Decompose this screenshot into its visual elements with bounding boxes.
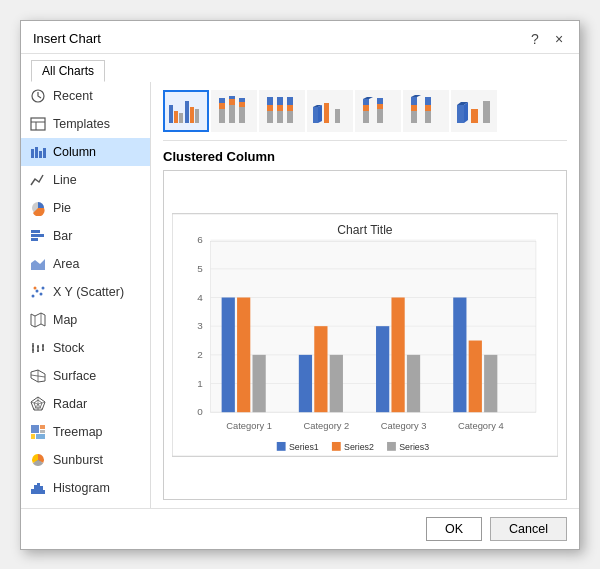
chart-preview-area: Chart Title 0 1 2 3	[163, 170, 567, 500]
svg-point-17	[34, 286, 37, 289]
svg-rect-98	[363, 105, 369, 111]
sidebar-item-area[interactable]: Area	[21, 250, 150, 278]
sidebar-item-histogram[interactable]: Histogram	[21, 474, 150, 502]
svg-rect-115	[483, 101, 490, 123]
svg-rect-105	[411, 105, 417, 111]
sidebar-label-treemap: Treemap	[53, 425, 103, 439]
svg-text:3: 3	[197, 320, 203, 331]
svg-text:6: 6	[197, 234, 203, 245]
sidebar-item-radar[interactable]: Radar	[21, 390, 150, 418]
title-bar: Insert Chart ? ×	[21, 21, 579, 54]
surface-icon	[29, 367, 47, 385]
sidebar-item-line[interactable]: Line	[21, 166, 150, 194]
sidebar-item-column[interactable]: Column	[21, 138, 150, 166]
recent-icon	[29, 87, 47, 105]
svg-text:5: 5	[197, 263, 203, 274]
svg-rect-73	[195, 109, 199, 123]
pie-icon	[29, 199, 47, 217]
sidebar-item-pie[interactable]: Pie	[21, 194, 150, 222]
sidebar-item-bar[interactable]: Bar	[21, 222, 150, 250]
svg-rect-134	[237, 297, 250, 412]
svg-rect-70	[179, 113, 183, 123]
svg-rect-89	[287, 111, 293, 123]
sidebar-item-recent[interactable]: Recent	[21, 82, 150, 110]
chart-type-3d-stacked-column[interactable]	[355, 90, 401, 132]
svg-rect-153	[387, 441, 396, 450]
svg-rect-142	[453, 297, 466, 412]
svg-rect-97	[363, 111, 369, 123]
svg-text:Category 2: Category 2	[304, 420, 350, 430]
sidebar-label-sunburst: Sunburst	[53, 453, 103, 467]
cancel-button[interactable]: Cancel	[490, 517, 567, 541]
svg-rect-72	[190, 107, 194, 123]
radar-icon	[29, 395, 47, 413]
sidebar-item-templates[interactable]: Templates	[21, 110, 150, 138]
svg-rect-41	[40, 425, 45, 429]
svg-rect-50	[43, 490, 45, 494]
svg-rect-11	[31, 238, 38, 241]
svg-rect-5	[35, 147, 38, 158]
svg-marker-12	[31, 259, 45, 270]
svg-marker-18	[31, 313, 45, 327]
svg-rect-40	[31, 425, 39, 433]
chart-type-3d-100-stacked-column[interactable]	[403, 90, 449, 132]
svg-rect-141	[407, 354, 420, 411]
svg-rect-6	[39, 151, 42, 158]
svg-rect-83	[267, 111, 273, 123]
sidebar-label-stock: Stock	[53, 341, 84, 355]
svg-rect-140	[391, 297, 404, 412]
chart-type-3d-clustered-column[interactable]	[307, 90, 353, 132]
svg-rect-46	[31, 489, 34, 494]
svg-rect-136	[299, 354, 312, 411]
sidebar-item-treemap[interactable]: Treemap	[21, 418, 150, 446]
ok-button[interactable]: OK	[426, 517, 482, 541]
sidebar-label-pie: Pie	[53, 201, 71, 215]
close-button[interactable]: ×	[549, 29, 569, 49]
chart-type-3d-column[interactable]	[451, 90, 497, 132]
sidebar-item-stock[interactable]: Stock	[21, 334, 150, 362]
svg-rect-91	[287, 97, 293, 105]
svg-text:Category 1: Category 1	[226, 420, 272, 430]
svg-rect-44	[36, 434, 45, 439]
sunburst-icon	[29, 451, 47, 469]
help-button[interactable]: ?	[525, 29, 545, 49]
tab-all-charts[interactable]: All Charts	[31, 60, 105, 82]
svg-rect-10	[31, 234, 44, 237]
sidebar-item-map[interactable]: Map	[21, 306, 150, 334]
svg-rect-82	[239, 98, 245, 102]
svg-point-15	[40, 292, 43, 295]
svg-rect-1	[31, 118, 45, 130]
sidebar-label-radar: Radar	[53, 397, 87, 411]
chart-type-100-stacked-column[interactable]	[259, 90, 305, 132]
svg-rect-139	[376, 326, 389, 412]
templates-icon	[29, 115, 47, 133]
svg-text:Series1: Series1	[289, 441, 319, 451]
svg-rect-103	[377, 98, 383, 104]
area-icon	[29, 255, 47, 273]
svg-marker-100	[363, 97, 373, 99]
svg-rect-149	[277, 441, 286, 450]
preview-title: Clustered Column	[163, 149, 567, 164]
svg-rect-9	[31, 230, 40, 233]
sidebar-item-xy-scatter[interactable]: X Y (Scatter)	[21, 278, 150, 306]
svg-marker-113	[464, 102, 468, 123]
sidebar-label-recent: Recent	[53, 89, 93, 103]
sidebar-item-sunburst[interactable]: Sunburst	[21, 446, 150, 474]
svg-rect-42	[40, 430, 45, 433]
map-icon	[29, 311, 47, 329]
svg-rect-77	[229, 105, 235, 123]
svg-rect-78	[229, 99, 235, 105]
svg-rect-135	[253, 354, 266, 411]
svg-text:2: 2	[197, 349, 203, 360]
svg-rect-144	[484, 354, 497, 411]
chart-type-stacked-column[interactable]	[211, 90, 257, 132]
svg-marker-94	[318, 105, 322, 123]
sidebar-item-surface[interactable]: Surface	[21, 362, 150, 390]
sidebar-label-surface: Surface	[53, 369, 96, 383]
svg-rect-49	[40, 486, 43, 494]
histogram-icon	[29, 479, 47, 497]
svg-rect-104	[411, 111, 417, 123]
svg-rect-96	[335, 109, 340, 123]
chart-type-clustered-column[interactable]	[163, 90, 209, 132]
svg-rect-90	[287, 105, 293, 111]
